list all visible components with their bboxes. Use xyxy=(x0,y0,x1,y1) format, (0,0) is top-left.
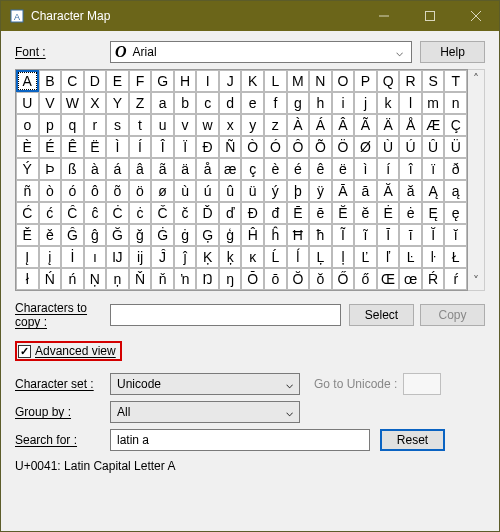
character-cell[interactable]: ä xyxy=(174,158,197,180)
character-cell[interactable]: ę xyxy=(444,202,467,224)
character-cell[interactable]: Ú xyxy=(399,136,422,158)
character-cell[interactable]: Ñ xyxy=(219,136,242,158)
character-cell[interactable]: f xyxy=(264,92,287,114)
character-cell[interactable]: ð xyxy=(444,158,467,180)
character-cell[interactable]: Ň xyxy=(129,268,152,290)
character-cell[interactable]: È xyxy=(16,136,39,158)
character-cell[interactable]: O xyxy=(332,70,355,92)
reset-button[interactable]: Reset xyxy=(380,429,445,451)
character-cell[interactable]: E xyxy=(106,70,129,92)
character-cell[interactable]: Ê xyxy=(61,136,84,158)
character-cell[interactable]: Ĺ xyxy=(264,246,287,268)
advanced-view-checkbox[interactable] xyxy=(18,345,31,358)
character-cell[interactable]: ü xyxy=(241,180,264,202)
character-cell[interactable]: K xyxy=(241,70,264,92)
character-cell[interactable]: Ŋ xyxy=(196,268,219,290)
character-cell[interactable]: Ġ xyxy=(151,224,174,246)
character-cell[interactable]: Ü xyxy=(444,136,467,158)
character-cell[interactable]: ħ xyxy=(309,224,332,246)
character-cell[interactable]: ě xyxy=(39,224,62,246)
character-cell[interactable]: ŉ xyxy=(174,268,197,290)
character-cell[interactable]: Ķ xyxy=(196,246,219,268)
character-cell[interactable]: Ĥ xyxy=(241,224,264,246)
character-cell[interactable]: è xyxy=(264,158,287,180)
character-cell[interactable]: é xyxy=(287,158,310,180)
character-cell[interactable]: ó xyxy=(61,180,84,202)
character-cell[interactable]: Ī xyxy=(377,224,400,246)
character-cell[interactable]: U xyxy=(16,92,39,114)
character-cell[interactable]: Ą xyxy=(422,180,445,202)
help-button[interactable]: Help xyxy=(420,41,485,63)
character-cell[interactable]: Ő xyxy=(332,268,355,290)
character-cell[interactable]: ī xyxy=(399,224,422,246)
character-cell[interactable]: Ô xyxy=(287,136,310,158)
character-cell[interactable]: í xyxy=(377,158,400,180)
character-cell[interactable]: a xyxy=(151,92,174,114)
character-cell[interactable]: Ï xyxy=(174,136,197,158)
scroll-down-icon[interactable]: ˅ xyxy=(473,274,479,288)
character-cell[interactable]: Ğ xyxy=(106,224,129,246)
character-cell[interactable]: p xyxy=(39,114,62,136)
character-cell[interactable]: Î xyxy=(151,136,174,158)
character-cell[interactable]: ù xyxy=(174,180,197,202)
character-cell[interactable]: č xyxy=(174,202,197,224)
character-cell[interactable]: y xyxy=(241,114,264,136)
character-cell[interactable]: l xyxy=(399,92,422,114)
character-cell[interactable]: R xyxy=(399,70,422,92)
character-cell[interactable]: Ù xyxy=(377,136,400,158)
character-cell[interactable]: á xyxy=(106,158,129,180)
character-cell[interactable]: o xyxy=(16,114,39,136)
character-cell[interactable]: s xyxy=(106,114,129,136)
character-cell[interactable]: b xyxy=(174,92,197,114)
character-cell[interactable]: Ĭ xyxy=(422,224,445,246)
character-cell[interactable]: Ĵ xyxy=(151,246,174,268)
character-cell[interactable]: ģ xyxy=(219,224,242,246)
character-cell[interactable]: Ð xyxy=(196,136,219,158)
character-cell[interactable]: J xyxy=(219,70,242,92)
character-cell[interactable]: Ĳ xyxy=(106,246,129,268)
character-cell[interactable]: Ě xyxy=(16,224,39,246)
character-cell[interactable]: Đ xyxy=(241,202,264,224)
character-cell[interactable]: Ģ xyxy=(196,224,219,246)
character-cell[interactable]: ê xyxy=(309,158,332,180)
character-cell[interactable]: Ö xyxy=(332,136,355,158)
character-cell[interactable]: g xyxy=(287,92,310,114)
character-cell[interactable]: ì xyxy=(354,158,377,180)
character-cell[interactable]: Û xyxy=(422,136,445,158)
character-cell[interactable]: ß xyxy=(61,158,84,180)
character-cell[interactable]: ĩ xyxy=(354,224,377,246)
character-cell[interactable]: Ŕ xyxy=(422,268,445,290)
character-cell[interactable]: ĸ xyxy=(241,246,264,268)
character-cell[interactable]: ń xyxy=(61,268,84,290)
character-cell[interactable]: ō xyxy=(264,268,287,290)
character-cell[interactable]: Č xyxy=(151,202,174,224)
character-cell[interactable]: É xyxy=(39,136,62,158)
character-cell[interactable]: à xyxy=(84,158,107,180)
character-cell[interactable]: j xyxy=(354,92,377,114)
character-cell[interactable]: Ã xyxy=(354,114,377,136)
character-cell[interactable]: Ń xyxy=(39,268,62,290)
character-cell[interactable]: î xyxy=(399,158,422,180)
character-cell[interactable]: Ĩ xyxy=(332,224,355,246)
character-cell[interactable]: Œ xyxy=(377,268,400,290)
character-cell[interactable]: ć xyxy=(39,202,62,224)
character-cell[interactable]: i xyxy=(332,92,355,114)
character-cell[interactable]: C xyxy=(61,70,84,92)
scroll-up-icon[interactable]: ˄ xyxy=(473,72,479,86)
character-cell[interactable]: Ņ xyxy=(84,268,107,290)
character-cell[interactable]: h xyxy=(309,92,332,114)
character-cell[interactable]: ĉ xyxy=(84,202,107,224)
maximize-button[interactable] xyxy=(407,1,453,31)
character-cell[interactable]: æ xyxy=(219,158,242,180)
character-cell[interactable]: Þ xyxy=(39,158,62,180)
character-cell[interactable]: Ä xyxy=(377,114,400,136)
character-cell[interactable]: Ĉ xyxy=(61,202,84,224)
character-cell[interactable]: ŀ xyxy=(422,246,445,268)
character-cell[interactable]: å xyxy=(196,158,219,180)
character-cell[interactable]: Ó xyxy=(264,136,287,158)
character-cell[interactable]: Ļ xyxy=(309,246,332,268)
character-cell[interactable]: Õ xyxy=(309,136,332,158)
select-button[interactable]: Select xyxy=(349,304,414,326)
character-cell[interactable]: ç xyxy=(241,158,264,180)
character-cell[interactable]: d xyxy=(219,92,242,114)
